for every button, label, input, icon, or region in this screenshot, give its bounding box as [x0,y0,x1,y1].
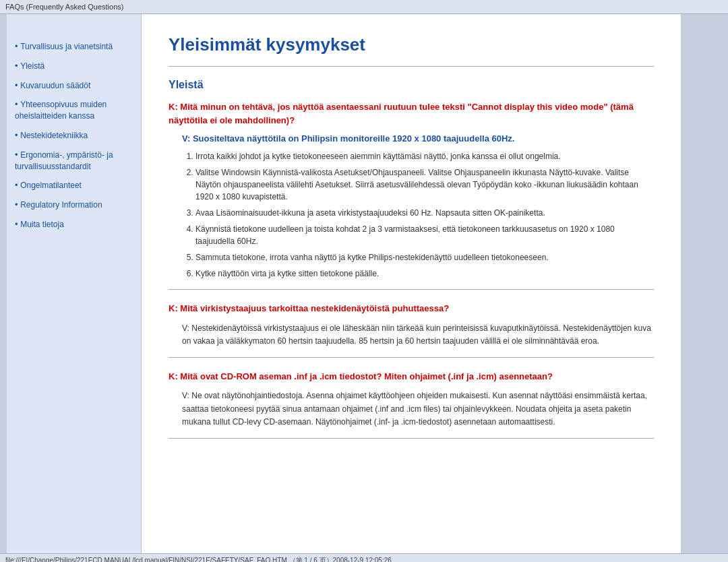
status-text: file:///E|/Change/Philips/221ECD MANUAL/… [5,556,392,562]
answer-item-0-1: Valitse Windowsin Käynnistä-valikosta As… [195,166,654,203]
answer-item-0-3: Käynnistä tietokone uudelleen ja toista … [195,223,654,247]
sidebar-item-2[interactable]: Kuvaruudun säädöt [15,80,133,92]
question-text-0: K: Mitä minun on tehtävä, jos näyttöä as… [169,100,654,127]
right-panel [681,14,721,553]
answer-heading-0: V: Suositeltava näyttötila on Philipsin … [182,133,654,144]
sidebar-link-6[interactable]: Ongelmatilanteet [20,181,82,190]
title-divider [169,66,654,67]
questions-container: K: Mitä minun on tehtävä, jos näyttöä as… [169,100,654,439]
sidebar-nav: Turvallisuus ja vianetsintäYleistäKuvaru… [15,41,133,230]
browser-title: FAQs (Frequently Asked Questions) [5,3,123,11]
answer-para-1: V: Nestekidenäytöissä virkistystaajuus e… [182,322,654,348]
sidebar-item-0[interactable]: Turvallisuus ja vianetsintä [15,41,133,53]
status-bar: file:///E|/Change/Philips/221ECD MANUAL/… [0,553,728,562]
sidebar-link-1[interactable]: Yleistä [20,61,44,71]
divider-0 [169,289,654,290]
sidebar-link-8[interactable]: Muita tietoja [20,220,64,229]
sidebar-link-5[interactable]: Ergonomia-, ympäristö- ja turvallisuusst… [15,150,113,171]
question-block-2: K: Mitä ovat CD-ROM aseman .inf ja .icm … [169,370,654,439]
answer-list-0: Irrota kaikki johdot ja kytke tietokonee… [195,150,654,280]
main-content: Yleisimmät kysymykset Yleistä K: Mitä mi… [142,14,681,553]
answer-para-2: V: Ne ovat näytönohjaintiedostoja. Asenn… [182,389,654,429]
sidebar-link-4[interactable]: Nestekidetekniikka [20,131,88,140]
divider-2 [169,438,654,439]
sidebar-item-4[interactable]: Nestekidetekniikka [15,130,133,142]
sidebar-item-6[interactable]: Ongelmatilanteet [15,180,133,191]
answer-item-0-2: Avaa Lisäominaisuudet-ikkuna ja aseta vi… [195,207,654,219]
section-title: Yleistä [169,79,654,91]
sidebar-link-0[interactable]: Turvallisuus ja vianetsintä [20,42,113,51]
question-text-1: K: Mitä virkistystaajuus tarkoittaa nest… [169,302,654,315]
browser-titlebar: FAQs (Frequently Asked Questions) [0,0,728,14]
sidebar-item-8[interactable]: Muita tietoja [15,219,133,230]
sidebar-link-2[interactable]: Kuvaruudun säädöt [20,81,90,90]
sidebar-item-7[interactable]: Regulatory Information [15,199,133,211]
sidebar-item-3[interactable]: Yhteensopivuus muiden oheislaitteiden ka… [15,99,133,122]
sidebar-item-5[interactable]: Ergonomia-, ympäristö- ja turvallisuusst… [15,150,133,173]
sidebar-link-3[interactable]: Yhteensopivuus muiden oheislaitteiden ka… [15,100,107,121]
divider-1 [169,357,654,358]
answer-item-0-5: Kytke näyttöön virta ja kytke sitten tie… [195,268,654,280]
question-block-0: K: Mitä minun on tehtävä, jos näyttöä as… [169,100,654,290]
question-block-1: K: Mitä virkistystaajuus tarkoittaa nest… [169,302,654,358]
sidebar: Turvallisuus ja vianetsintäYleistäKuvaru… [7,14,142,553]
page-title: Yleisimmät kysymykset [169,34,654,55]
sidebar-link-7[interactable]: Regulatory Information [20,200,102,210]
sidebar-item-1[interactable]: Yleistä [15,61,133,72]
answer-item-0-0: Irrota kaikki johdot ja kytke tietokonee… [195,150,654,162]
question-text-2: K: Mitä ovat CD-ROM aseman .inf ja .icm … [169,370,654,383]
answer-item-0-4: Sammuta tietokone, irrota vanha näyttö j… [195,251,654,263]
